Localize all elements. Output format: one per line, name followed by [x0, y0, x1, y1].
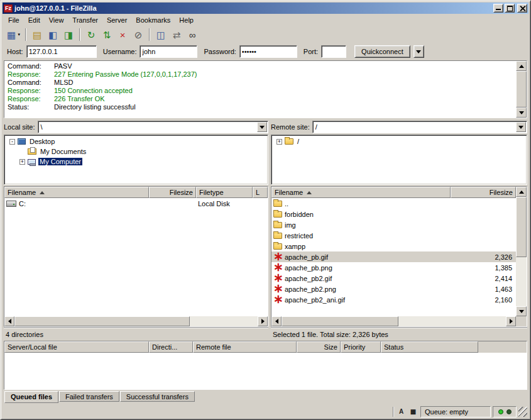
minimize-button[interactable]: [493, 4, 503, 13]
password-input[interactable]: [239, 45, 297, 58]
scroll-down-button[interactable]: [516, 108, 527, 118]
file-row[interactable]: forbidden: [271, 209, 516, 219]
keypad-indicator-icon[interactable]: ▦: [408, 407, 419, 417]
host-input[interactable]: [26, 45, 97, 58]
tree-expander[interactable]: +: [19, 159, 25, 165]
scroll-right-button[interactable]: [506, 316, 516, 326]
scrollbar-thumb[interactable]: [14, 316, 190, 326]
tree-expander[interactable]: +: [276, 139, 282, 145]
queue-view-tab[interactable]: Queued files: [4, 391, 58, 403]
queue-view-tab[interactable]: Failed transfers: [59, 391, 119, 402]
site-manager-button[interactable]: ▦ ▼: [6, 28, 22, 41]
filename-text: C:: [19, 200, 26, 207]
menu-item[interactable]: Server: [102, 14, 131, 26]
scroll-up-button[interactable]: [516, 61, 527, 71]
file-row[interactable]: apache_pb2.gif 2,414: [271, 273, 516, 284]
scrollbar-thumb[interactable]: [516, 71, 527, 108]
find-files-icon: ∞: [189, 30, 196, 40]
queue-tabs: Queued filesFailed transfersSuccessful t…: [3, 390, 528, 404]
tree-item[interactable]: + /: [273, 136, 525, 146]
queue-column-header[interactable]: Priority: [341, 341, 381, 353]
scrollbar-thumb[interactable]: [516, 197, 527, 257]
directory-comparison-button[interactable]: ◫: [153, 28, 168, 41]
tree-item[interactable]: My Documents: [6, 146, 266, 157]
scroll-down-button[interactable]: [516, 306, 527, 316]
toggle-remote-tree-button[interactable]: ◨: [61, 28, 76, 41]
arrow-down-icon: [519, 111, 524, 114]
queue-view-tab[interactable]: Successful transfers: [120, 391, 195, 402]
scrollbar-track[interactable]: [516, 71, 527, 108]
file-row[interactable]: apache_pb2.png 1,463: [271, 284, 516, 294]
column-header[interactable]: Filesize: [451, 187, 516, 198]
menu-item[interactable]: Help: [175, 14, 198, 26]
maximize-button[interactable]: [505, 4, 515, 13]
remote-vertical-scrollbar[interactable]: [516, 187, 527, 316]
file-row[interactable]: apache_pb.gif 2,326: [271, 251, 516, 262]
column-header[interactable]: L: [253, 187, 268, 198]
file-row[interactable]: C: Local Disk: [4, 198, 268, 209]
file-row[interactable]: apache_pb.png 1,385: [271, 262, 516, 273]
find-files-button[interactable]: ∞: [185, 28, 200, 41]
username-input[interactable]: [140, 45, 197, 58]
scroll-up-button[interactable]: [516, 187, 527, 197]
port-input[interactable]: [321, 45, 346, 58]
file-row[interactable]: xampp: [271, 241, 516, 251]
scrollbar-track[interactable]: [516, 197, 527, 306]
scroll-left-button[interactable]: [4, 316, 14, 326]
menu-item[interactable]: Edit: [24, 14, 45, 26]
file-row[interactable]: ..: [271, 198, 516, 209]
remote-site-combo[interactable]: /: [312, 121, 527, 133]
menu-item[interactable]: Transfer: [68, 14, 102, 26]
scrollbar-thumb[interactable]: [282, 316, 398, 326]
scroll-left-button[interactable]: [271, 316, 282, 326]
combo-dropdown-button[interactable]: [257, 122, 267, 132]
queue-column-header[interactable]: Remote file: [193, 341, 297, 353]
queue-column-header[interactable]: Size: [297, 341, 341, 353]
scroll-right-button[interactable]: [258, 316, 268, 326]
tree-item[interactable]: + My Computer: [6, 157, 266, 167]
column-header[interactable]: Filetype: [196, 187, 253, 198]
menu-item[interactable]: Bookmarks: [131, 14, 175, 26]
close-button[interactable]: [517, 4, 527, 13]
refresh-button[interactable]: ↻: [84, 28, 99, 41]
local-site-combo[interactable]: \: [38, 121, 268, 133]
toggle-message-log-button[interactable]: ▤: [30, 28, 45, 41]
menu-item[interactable]: File: [4, 14, 24, 26]
column-header[interactable]: Filename: [271, 187, 451, 198]
tree-item[interactable]: - Desktop: [6, 136, 266, 146]
filename-text: apache_pb.png: [285, 264, 332, 272]
quickconnect-dropdown-button[interactable]: [413, 45, 424, 58]
log-prefix: Response:: [8, 70, 54, 79]
file-row[interactable]: apache_pb2_ani.gif 2,160: [271, 294, 516, 305]
scrollbar-track[interactable]: [282, 316, 506, 326]
file-row[interactable]: img: [271, 219, 516, 230]
tree-label: My Computer: [38, 158, 82, 165]
file-row[interactable]: restricted: [271, 230, 516, 241]
resize-grip[interactable]: [518, 407, 527, 417]
log-vertical-scrollbar[interactable]: [516, 61, 527, 118]
column-header[interactable]: Filename: [4, 187, 149, 198]
filename-cell: C:: [4, 198, 149, 209]
remote-horizontal-scrollbar[interactable]: [271, 316, 516, 326]
local-horizontal-scrollbar[interactable]: [4, 316, 268, 326]
close-icon: [520, 6, 525, 11]
disconnect-button[interactable]: ⊘: [131, 28, 146, 41]
tree-expander[interactable]: -: [9, 139, 15, 145]
arrow-right-icon: [261, 319, 265, 324]
process-queue-button[interactable]: ⇅: [99, 28, 114, 41]
menu-bar: FileEditViewTransferServerBookmarksHelp: [3, 14, 528, 26]
queue-column-header[interactable]: Directi...: [149, 341, 193, 353]
filename-cell: img: [271, 219, 451, 230]
cancel-button[interactable]: ×: [115, 28, 130, 41]
queue-column-header[interactable]: Server/Local file: [4, 341, 149, 353]
data-type-indicator-icon[interactable]: A: [396, 407, 407, 417]
arrow-up-icon: [519, 65, 524, 68]
quickconnect-button[interactable]: Quickconnect: [354, 45, 410, 58]
scrollbar-track[interactable]: [14, 316, 258, 326]
menu-item[interactable]: View: [45, 14, 68, 26]
column-header[interactable]: Filesize: [149, 187, 196, 198]
combo-dropdown-button[interactable]: [516, 122, 526, 132]
toggle-local-tree-button[interactable]: ◧: [45, 28, 60, 41]
queue-column-header[interactable]: Status: [381, 341, 478, 353]
synchronized-browsing-button[interactable]: ⇄: [169, 28, 184, 41]
